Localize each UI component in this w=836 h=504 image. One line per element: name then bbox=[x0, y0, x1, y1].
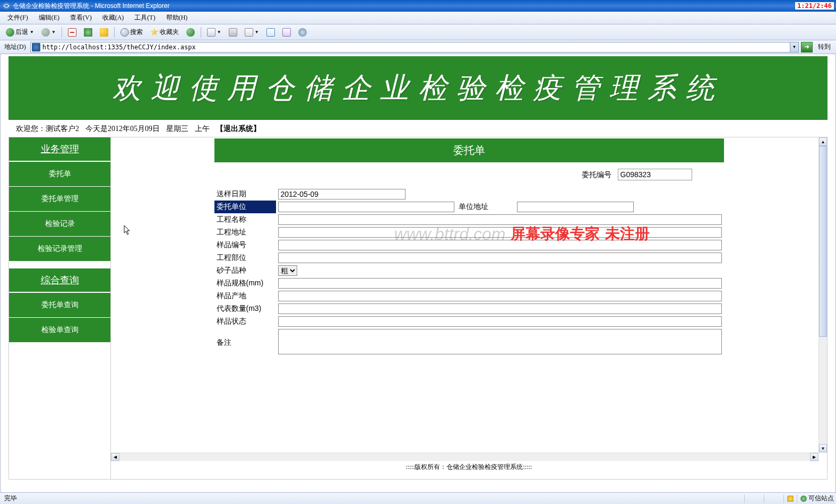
address-label: 地址(D) bbox=[2, 42, 28, 51]
main-layout: 业务管理 委托单 委托单管理 检验记录 检验记录管理 综合查询 委托单查询 检验… bbox=[1, 137, 835, 480]
forward-button[interactable]: ▼ bbox=[39, 27, 58, 38]
pages-button[interactable] bbox=[264, 27, 278, 38]
address-dropdown-icon[interactable]: ▼ bbox=[790, 42, 798, 52]
lbl-client: 委托单位 bbox=[214, 201, 276, 213]
favicon-icon bbox=[32, 43, 40, 51]
window-titlebar: 仓储企业检验检疫管理系统 - Microsoft Internet Explor… bbox=[0, 0, 836, 12]
window-title: 仓储企业检验检疫管理系统 - Microsoft Internet Explor… bbox=[13, 2, 169, 11]
search-button[interactable]: 搜索 bbox=[118, 26, 145, 38]
menu-file[interactable]: 文件(F) bbox=[5, 12, 30, 23]
scroll-down-button[interactable]: ▼ bbox=[819, 444, 827, 453]
menu-edit[interactable]: 编辑(E) bbox=[37, 12, 62, 23]
sidebar-item-inspect-query[interactable]: 检验单查询 bbox=[9, 317, 110, 342]
print-icon bbox=[229, 28, 237, 37]
input-remark[interactable] bbox=[278, 329, 722, 354]
scroll-thumb-v[interactable] bbox=[819, 146, 827, 337]
research-button[interactable] bbox=[296, 27, 309, 38]
content-scroll[interactable]: 委托单 委托编号 送样日期 委托单位 单位地址 bbox=[117, 138, 821, 453]
refresh-button[interactable] bbox=[81, 27, 95, 38]
logout-link[interactable]: 【退出系统】 bbox=[216, 124, 261, 134]
lbl-project-part: 工程部位 bbox=[214, 251, 276, 264]
scroll-right-button[interactable]: ▶ bbox=[810, 453, 818, 461]
lock-icon bbox=[787, 496, 794, 502]
sidebar-item-entrust-manage[interactable]: 委托单管理 bbox=[9, 186, 110, 211]
input-sample-origin[interactable] bbox=[278, 291, 722, 301]
menu-view[interactable]: 查看(V) bbox=[68, 12, 94, 23]
scroll-track-h[interactable] bbox=[119, 453, 810, 461]
banner: 欢迎使用仓储企业检验检疫管理系统 bbox=[8, 56, 828, 120]
status-seg bbox=[744, 494, 761, 503]
chevron-down-icon: ▼ bbox=[255, 30, 259, 34]
welcome-bar: 欢迎您：测试客户2 今天是2012年05月09日 星期三 上午 【退出系统】 bbox=[16, 124, 828, 134]
go-button[interactable]: ➜ bbox=[801, 42, 813, 53]
menu-bar: 文件(F) 编辑(E) 查看(V) 收藏(A) 工具(T) 帮助(H) bbox=[0, 12, 836, 24]
stop-button[interactable] bbox=[65, 27, 79, 38]
search-icon bbox=[120, 28, 129, 37]
search-label: 搜索 bbox=[130, 28, 143, 37]
sidebar-section-business[interactable]: 业务管理 bbox=[9, 137, 110, 161]
sidebar-item-entrust[interactable]: 委托单 bbox=[9, 161, 110, 186]
content-area: 委托单 委托编号 送样日期 委托单位 单位地址 bbox=[110, 137, 828, 480]
print-button[interactable] bbox=[226, 27, 240, 38]
back-icon bbox=[6, 28, 14, 37]
menu-help[interactable]: 帮助(H) bbox=[164, 12, 190, 23]
separator bbox=[62, 27, 62, 38]
input-sample-no[interactable] bbox=[278, 240, 722, 250]
banner-text: 欢迎使用仓储企业检验检疫管理系统 bbox=[113, 69, 724, 108]
clock-overlay: 1:21/2:46 bbox=[795, 2, 834, 10]
research-icon bbox=[298, 28, 307, 37]
input-send-date[interactable] bbox=[278, 189, 406, 199]
pages-icon bbox=[266, 28, 275, 37]
mail-button[interactable]: ▼ bbox=[204, 27, 224, 38]
sidebar: 业务管理 委托单 委托单管理 检验记录 检验记录管理 综合查询 委托单查询 检验… bbox=[8, 137, 110, 480]
edit-button[interactable]: ▼ bbox=[242, 27, 262, 38]
home-icon bbox=[100, 28, 108, 37]
back-label: 后退 bbox=[15, 28, 28, 37]
input-project-addr[interactable] bbox=[278, 227, 722, 238]
sidebar-item-inspect-record[interactable]: 检验记录 bbox=[9, 211, 110, 236]
refresh-icon bbox=[84, 28, 92, 37]
lbl-unit-addr: 单位地址 bbox=[456, 201, 515, 213]
sidebar-item-entrust-query[interactable]: 委托单查询 bbox=[9, 292, 110, 317]
welcome-user: 欢迎您：测试客户2 bbox=[16, 124, 79, 134]
input-client[interactable] bbox=[278, 202, 454, 212]
scrollbar-vertical[interactable]: ▲ ▼ bbox=[818, 137, 827, 453]
go-label: 转到 bbox=[815, 42, 834, 51]
history-button[interactable] bbox=[184, 27, 197, 38]
stop-icon bbox=[68, 28, 76, 37]
zone-label: 可信站点 bbox=[808, 494, 834, 503]
lbl-remark: 备注 bbox=[214, 328, 276, 357]
entrust-number-input[interactable] bbox=[618, 169, 692, 180]
separator bbox=[114, 27, 115, 38]
chevron-down-icon: ▼ bbox=[30, 30, 34, 34]
favorites-button[interactable]: 收藏夹 bbox=[148, 26, 182, 38]
menu-favorites[interactable]: 收藏(A) bbox=[100, 12, 126, 23]
chevron-down-icon: ▼ bbox=[217, 30, 221, 34]
input-project-name[interactable] bbox=[278, 214, 722, 225]
scroll-left-button[interactable]: ◀ bbox=[111, 453, 119, 461]
scrollbar-horizontal[interactable]: ◀ ▶ bbox=[111, 453, 818, 461]
menu-tools[interactable]: 工具(T) bbox=[132, 12, 157, 23]
sidebar-section-query[interactable]: 综合查询 bbox=[9, 268, 110, 292]
ie-icon bbox=[2, 2, 11, 10]
status-zone: 可信站点 bbox=[797, 494, 834, 503]
input-rep-qty[interactable] bbox=[278, 303, 722, 314]
welcome-weekday: 星期三 bbox=[166, 124, 188, 134]
home-button[interactable] bbox=[97, 27, 111, 38]
input-sample-spec[interactable] bbox=[278, 278, 722, 289]
back-button[interactable]: 后退▼ bbox=[3, 26, 37, 38]
chevron-down-icon: ▼ bbox=[51, 30, 56, 34]
address-input[interactable] bbox=[41, 44, 790, 51]
input-sample-state[interactable] bbox=[278, 316, 722, 327]
star-icon bbox=[150, 28, 159, 37]
lbl-project-addr: 工程地址 bbox=[214, 226, 276, 239]
status-seg bbox=[783, 494, 794, 503]
input-project-part[interactable] bbox=[278, 253, 722, 263]
input-unit-addr[interactable] bbox=[517, 202, 634, 212]
status-bar: 完毕 可信站点 bbox=[0, 492, 836, 504]
select-sand-type[interactable]: 粗 bbox=[278, 265, 297, 276]
scroll-up-button[interactable]: ▲ bbox=[819, 137, 827, 146]
sidebar-item-inspect-manage[interactable]: 检验记录管理 bbox=[9, 236, 110, 261]
messenger-button[interactable] bbox=[280, 27, 294, 38]
messenger-icon bbox=[282, 28, 291, 37]
